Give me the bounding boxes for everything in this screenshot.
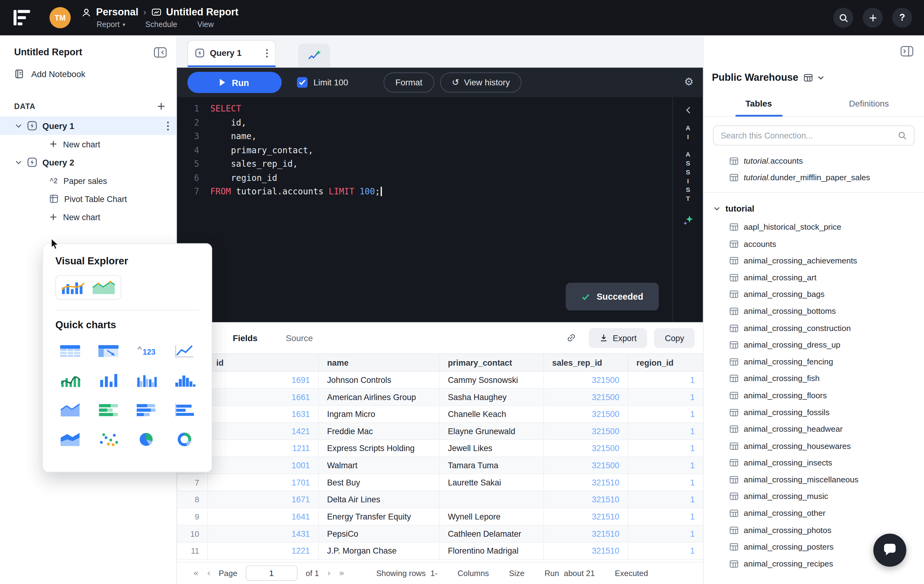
schema-table-item[interactable]: animal_crossing_fossils <box>704 404 924 421</box>
line-chart-icon[interactable] <box>170 339 200 363</box>
tab-definitions[interactable]: Definitions <box>814 99 924 116</box>
breadcrumb-workspace[interactable]: Personal <box>96 7 139 18</box>
settings-gear-icon[interactable]: ⚙ <box>684 76 694 88</box>
schema-table-item[interactable]: animal_crossing_achievements <box>704 252 924 269</box>
schema-table-item[interactable]: animal_crossing_other <box>704 505 924 522</box>
export-button[interactable]: Export <box>589 328 647 348</box>
add-notebook-button[interactable]: Add Notebook <box>0 63 177 86</box>
first-page-button[interactable]: « <box>193 568 199 579</box>
add-query-button[interactable] <box>157 102 165 111</box>
schema-table-item[interactable]: accounts <box>704 235 924 252</box>
column-header-id[interactable]: id <box>208 354 318 372</box>
view-history-button[interactable]: ↺ View history <box>440 72 522 92</box>
tab-tables[interactable]: Tables <box>704 99 814 116</box>
pie-chart-icon[interactable] <box>132 427 161 451</box>
schema-table-item[interactable]: animal_crossing_fencing <box>704 354 924 370</box>
visual-explorer-button[interactable] <box>55 275 121 300</box>
column-chart-icon[interactable] <box>132 368 161 392</box>
new-chart-button-query-1[interactable]: New chart <box>0 135 177 153</box>
new-chart-button-query-2[interactable]: New chart <box>0 208 177 226</box>
schema-table-item[interactable]: animal_crossing_fish <box>704 370 924 387</box>
collapse-schema-panel-icon[interactable] <box>900 46 913 57</box>
share-link-button[interactable] <box>561 328 581 348</box>
sidebar-item-pivot-table-chart[interactable]: Pivot Table Chart <box>0 190 177 208</box>
column-header-region_id[interactable]: region_id <box>628 354 703 372</box>
table-row[interactable]: 81671Delta Air Lines3215101 <box>177 491 703 508</box>
tab-menu-icon[interactable] <box>266 49 268 58</box>
next-page-button[interactable]: › <box>327 568 331 579</box>
recent-table-item[interactable]: tutorial.dunder_mifflin_paper_sales <box>704 169 924 186</box>
schema-table-item[interactable]: animal_crossing_bottoms <box>704 303 924 320</box>
schema-table-item[interactable]: aapl_historical_stock_price <box>704 219 924 235</box>
schedule-menu[interactable]: Schedule <box>145 20 177 29</box>
tab-fields[interactable]: Fields <box>233 333 257 343</box>
report-menu[interactable]: Report▾ <box>97 20 125 29</box>
new-chart-tab-button[interactable] <box>298 44 330 67</box>
ai-sparkle-icon[interactable] <box>682 214 694 226</box>
table-row[interactable]: 91641Energy Transfer EquityWynell Lepore… <box>177 508 703 525</box>
schema-table-item[interactable]: animal_crossing_dress_up <box>704 337 924 354</box>
sidebar-item-query-1[interactable]: Query 1 <box>0 117 177 135</box>
schema-table-item[interactable]: animal_crossing_headwear <box>704 421 924 438</box>
prev-page-button[interactable]: ‹ <box>207 568 211 579</box>
area-chart-icon[interactable] <box>55 398 85 422</box>
sidebar-item-query-2[interactable]: Query 2 <box>0 153 177 171</box>
last-page-button[interactable]: » <box>339 568 345 579</box>
table-icon[interactable] <box>55 339 85 363</box>
schema-table-item[interactable]: animal_crossing_music <box>704 488 924 505</box>
combo-chart-icon[interactable] <box>55 368 85 392</box>
kebab-menu-icon[interactable] <box>167 121 169 130</box>
table-row[interactable]: 21661American Airlines GroupSasha Haughe… <box>177 388 703 406</box>
schema-search-input[interactable] <box>721 131 893 140</box>
stacked-area-chart-icon[interactable] <box>55 427 85 451</box>
table-row[interactable]: 111221J.P. Morgan ChaseFlorentino Madrig… <box>177 542 703 559</box>
limit-checkbox[interactable] <box>297 77 308 88</box>
column-header-sales_rep_id[interactable]: sales_rep_id <box>544 354 628 372</box>
chevron-left-icon[interactable] <box>686 107 690 114</box>
table-row[interactable]: 31631Ingram MicroChanelle Keach3215001 <box>177 406 703 423</box>
stacked-bar-horizontal-green-icon[interactable] <box>93 398 123 422</box>
breadcrumb-report-title[interactable]: Untitled Report <box>166 7 239 18</box>
app-logo[interactable] <box>12 8 33 28</box>
sidebar-item-paper-sales[interactable]: ^2 Paper sales <box>0 171 177 189</box>
schema-table-item[interactable]: animal_crossing_housewares <box>704 438 924 454</box>
view-menu[interactable]: View <box>197 20 214 29</box>
bar-chart-icon[interactable] <box>93 368 123 392</box>
table-row[interactable]: 41421Freddie MacElayne Grunewald3215001 <box>177 423 703 440</box>
format-button[interactable]: Format <box>384 72 434 92</box>
schema-table-item[interactable]: animal_crossing_bags <box>704 286 924 303</box>
column-header-primary_contact[interactable]: primary_contact <box>439 354 544 372</box>
collapse-sidebar-icon[interactable] <box>154 47 167 58</box>
table-row[interactable]: 61001WalmartTamara Tuma3215001 <box>177 457 703 474</box>
help-chat-button[interactable] <box>873 534 906 566</box>
schema-group-tutorial[interactable]: tutorial <box>704 199 924 219</box>
donut-chart-icon[interactable] <box>170 427 200 451</box>
table-row[interactable]: 101431PepsiCoCathleen Delamater3215101 <box>177 525 703 542</box>
pivot-table-icon[interactable] <box>93 339 123 363</box>
schema-table-item[interactable]: animal_crossing_floors <box>704 387 924 404</box>
user-avatar[interactable]: TM <box>50 7 71 28</box>
stacked-bar-horizontal-blue-icon[interactable] <box>132 398 161 422</box>
tab-query-1[interactable]: Query 1 <box>187 40 276 67</box>
schema-table-item[interactable]: animal_crossing_art <box>704 269 924 286</box>
table-row[interactable]: 51211Express Scripts HoldingJewell Likes… <box>177 440 703 457</box>
big-number-icon[interactable]: 123 <box>132 339 161 363</box>
histogram-icon[interactable] <box>170 368 200 392</box>
connection-selector[interactable]: Public Warehouse <box>712 72 924 84</box>
chevron-down-icon[interactable] <box>15 123 22 128</box>
create-new-button[interactable] <box>863 8 883 28</box>
page-input[interactable] <box>246 566 297 581</box>
schema-table-item[interactable]: animal_crossing_construction <box>704 320 924 337</box>
scatter-plot-icon[interactable] <box>93 427 123 451</box>
column-header-name[interactable]: name <box>318 354 439 372</box>
schema-table-item[interactable]: animal_crossing_insects <box>704 454 924 471</box>
ai-assist-strip[interactable]: AI ASSIST <box>672 97 703 322</box>
bar-horizontal-icon[interactable] <box>170 398 200 422</box>
tab-source[interactable]: Source <box>285 333 313 343</box>
limit-label[interactable]: Limit 100 <box>314 78 348 87</box>
run-button[interactable]: Run <box>187 72 282 93</box>
chevron-down-icon[interactable] <box>15 160 22 165</box>
table-row[interactable]: 71701Best BuyLaurette Sakai3215101 <box>177 474 703 491</box>
search-button[interactable] <box>833 8 853 28</box>
recent-table-item[interactable]: tutorial.accounts <box>704 153 924 169</box>
